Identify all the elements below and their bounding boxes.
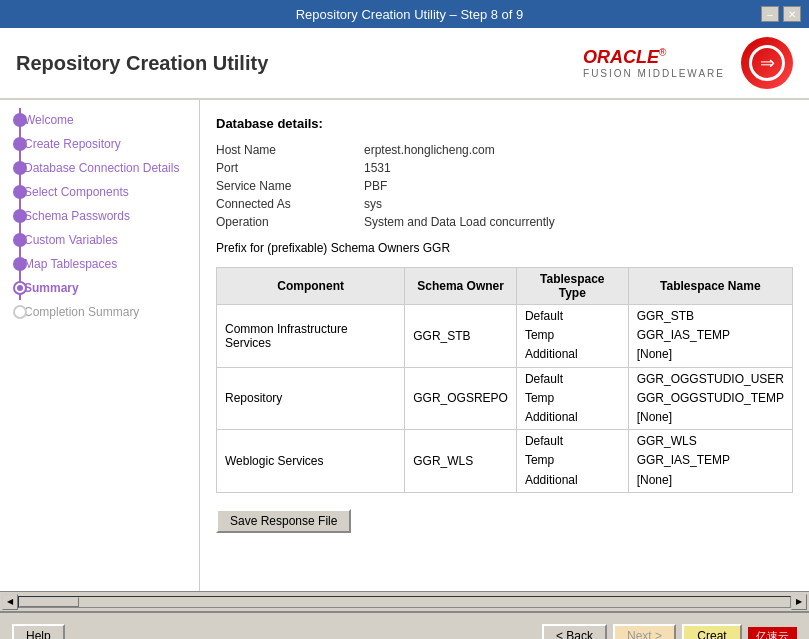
sidebar-dot-welcome: [13, 113, 27, 127]
tablespace-name: GGR_IAS_TEMP: [637, 451, 784, 470]
watermark-text: 亿速云: [756, 629, 789, 640]
cell-schema-1: GGR_OGSREPO: [405, 367, 517, 430]
tablespace-name: GGR_STB: [637, 307, 784, 326]
create-button[interactable]: Creat: [682, 624, 742, 639]
sidebar-dot-map-tablespaces: [13, 257, 27, 271]
sidebar-label-custom-variables: Custom Variables: [24, 233, 118, 247]
cell-types-0: DefaultTempAdditional: [516, 305, 628, 368]
oracle-icon-inner: ⇒: [749, 45, 785, 81]
tablespace-name: GGR_WLS: [637, 432, 784, 451]
section-title: Database details:: [216, 116, 793, 131]
sidebar-item-map-tablespaces[interactable]: Map Tablespaces: [0, 252, 199, 276]
scroll-track[interactable]: [18, 596, 791, 608]
sidebar-label-schema-passwords: Schema Passwords: [24, 209, 130, 223]
fusion-text: FUSION MIDDLEWARE: [583, 68, 725, 79]
back-button[interactable]: < Back: [542, 624, 607, 639]
help-button[interactable]: Help: [12, 624, 65, 639]
cell-schema-0: GGR_STB: [405, 305, 517, 368]
tablespace-name: GGR_IAS_TEMP: [637, 326, 784, 345]
sidebar-label-database-connection: Database Connection Details: [24, 161, 179, 175]
minimize-button[interactable]: –: [761, 6, 779, 22]
value-port: 1531: [364, 161, 793, 175]
tablespace-type: Default: [525, 307, 620, 326]
app-title: Repository Creation Utility: [16, 52, 268, 75]
tablespace-name: GGR_OGGSTUDIO_TEMP: [637, 389, 784, 408]
bottom-scrollbar: ◀ ▶: [0, 591, 809, 611]
tablespace-name: GGR_OGGSTUDIO_USER: [637, 370, 784, 389]
cell-names-1: GGR_OGGSTUDIO_USERGGR_OGGSTUDIO_TEMP[Non…: [628, 367, 792, 430]
cell-types-1: DefaultTempAdditional: [516, 367, 628, 430]
sidebar-item-welcome[interactable]: Welcome: [0, 108, 199, 132]
prefix-text: Prefix for (prefixable) Schema Owners GG…: [216, 241, 793, 255]
cell-types-2: DefaultTempAdditional: [516, 430, 628, 493]
table-row: RepositoryGGR_OGSREPODefaultTempAddition…: [217, 367, 793, 430]
sidebar-item-custom-variables[interactable]: Custom Variables: [0, 228, 199, 252]
sidebar-label-create-repository: Create Repository: [24, 137, 121, 151]
oracle-arrow-icon: ⇒: [760, 52, 775, 74]
table-row: Common Infrastructure ServicesGGR_STBDef…: [217, 305, 793, 368]
sidebar: Welcome Create Repository Database Conne…: [0, 100, 200, 591]
cell-names-0: GGR_STBGGR_IAS_TEMP[None]: [628, 305, 792, 368]
value-host-name: erptest.honglicheng.com: [364, 143, 793, 157]
sidebar-label-welcome: Welcome: [24, 113, 74, 127]
sidebar-item-completion-summary[interactable]: Completion Summary: [0, 300, 199, 324]
tablespace-name: [None]: [637, 471, 784, 490]
scroll-thumb[interactable]: [19, 597, 79, 607]
tablespace-type: Temp: [525, 389, 620, 408]
title-bar-buttons: – ✕: [761, 6, 801, 22]
sidebar-dot-completion-summary: [13, 305, 27, 319]
sidebar-dot-schema-passwords: [13, 209, 27, 223]
tablespace-type: Temp: [525, 451, 620, 470]
sidebar-label-map-tablespaces: Map Tablespaces: [24, 257, 117, 271]
oracle-text: ORACLE: [583, 47, 659, 68]
sidebar-label-summary: Summary: [24, 281, 79, 295]
value-service-name: PBF: [364, 179, 793, 193]
sidebar-label-completion-summary: Completion Summary: [24, 305, 139, 319]
cell-component-2: Weblogic Services: [217, 430, 405, 493]
app-header: Repository Creation Utility ORACLE ® FUS…: [0, 28, 809, 100]
value-connected-as: sys: [364, 197, 793, 211]
col-header-tablespace-type: Tablespace Type: [516, 268, 628, 305]
label-port: Port: [216, 161, 356, 175]
close-button[interactable]: ✕: [783, 6, 801, 22]
sidebar-item-summary[interactable]: Summary: [0, 276, 199, 300]
sidebar-item-create-repository[interactable]: Create Repository: [0, 132, 199, 156]
footer-right: < Back Next > Creat 亿速云: [542, 624, 797, 639]
label-service-name: Service Name: [216, 179, 356, 193]
title-bar-text: Repository Creation Utility – Step 8 of …: [58, 7, 761, 22]
label-operation: Operation: [216, 215, 356, 229]
label-host-name: Host Name: [216, 143, 356, 157]
cell-component-0: Common Infrastructure Services: [217, 305, 405, 368]
sidebar-item-database-connection[interactable]: Database Connection Details: [0, 156, 199, 180]
col-header-component: Component: [217, 268, 405, 305]
tablespace-name: [None]: [637, 408, 784, 427]
label-connected-as: Connected As: [216, 197, 356, 211]
data-table: Component Schema Owner Tablespace Type T…: [216, 267, 793, 493]
sidebar-dot-summary: [13, 281, 27, 295]
footer: Help < Back Next > Creat 亿速云: [0, 611, 809, 639]
cell-component-1: Repository: [217, 367, 405, 430]
tablespace-type: Default: [525, 432, 620, 451]
title-bar: Repository Creation Utility – Step 8 of …: [0, 0, 809, 28]
sidebar-dot-custom-variables: [13, 233, 27, 247]
cell-names-2: GGR_WLSGGR_IAS_TEMP[None]: [628, 430, 792, 493]
value-operation: System and Data Load concurrently: [364, 215, 793, 229]
content-area: Database details: Host Name erptest.hong…: [200, 100, 809, 591]
brand-watermark: 亿速云: [748, 627, 797, 640]
save-response-file-button[interactable]: Save Response File: [216, 509, 351, 533]
sidebar-dot-create-repository: [13, 137, 27, 151]
oracle-brand: ORACLE ® FUSION MIDDLEWARE ⇒: [583, 37, 793, 89]
cell-schema-2: GGR_WLS: [405, 430, 517, 493]
col-header-schema-owner: Schema Owner: [405, 268, 517, 305]
footer-left: Help: [12, 624, 65, 639]
sidebar-item-schema-passwords[interactable]: Schema Passwords: [0, 204, 199, 228]
scroll-left-arrow[interactable]: ◀: [2, 594, 18, 610]
tablespace-type: Additional: [525, 345, 620, 364]
db-details-grid: Host Name erptest.honglicheng.com Port 1…: [216, 143, 793, 229]
oracle-icon-box: ⇒: [741, 37, 793, 89]
scroll-right-arrow[interactable]: ▶: [791, 594, 807, 610]
sidebar-dot-select-components: [13, 185, 27, 199]
next-button[interactable]: Next >: [613, 624, 676, 639]
sidebar-item-select-components[interactable]: Select Components: [0, 180, 199, 204]
main-layout: Welcome Create Repository Database Conne…: [0, 100, 809, 591]
